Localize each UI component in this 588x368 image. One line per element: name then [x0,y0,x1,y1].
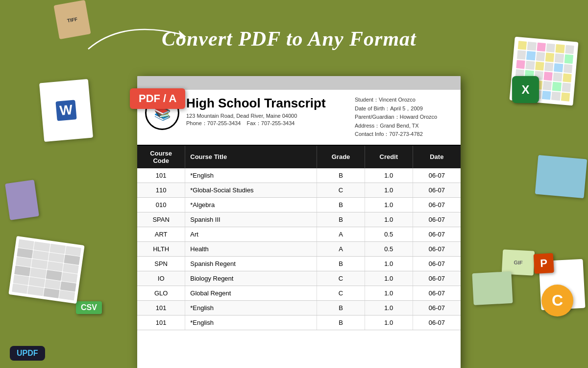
word-icon: W [55,100,76,121]
photo-decoration-1 [535,155,588,198]
cell-credit: 0.5 [365,241,413,256]
cell-date: 06-07 [413,212,461,227]
cell-title: *Algebra [185,197,317,212]
document-container: 📚 High School Transcript 123 Mountain Ro… [137,76,461,368]
cell-grade: A [317,241,365,256]
cell-date: 06-07 [413,300,461,315]
cell-code: 010 [137,197,185,212]
dob-info: Date of Birth：April 5，2009 [355,105,453,113]
cell-grade: A [317,227,365,241]
table-row: 101 *English B 1.0 06-07 [137,168,461,183]
cell-date: 06-07 [413,241,461,256]
cell-credit: 0.5 [365,227,413,241]
cell-title: *English [185,315,317,330]
table-row: 010 *Algebra B 1.0 06-07 [137,197,461,212]
cell-date: 06-07 [413,197,461,212]
cell-title: Global Regent [185,286,317,300]
cell-credit: 1.0 [365,183,413,197]
table-row: SPAN Spanish III B 1.0 06-07 [137,212,461,227]
student-info: Student：Vincent Orozco [355,96,453,105]
cell-title: Art [185,227,317,241]
cell-credit: 1.0 [365,286,413,300]
cell-grade: C [317,271,365,286]
table-body: 101 *English B 1.0 06-07 110 *Global-Soc… [137,168,461,330]
guardian-info: Parent/Guardian：Howard Orozco [355,113,453,122]
ppt-icon: P [534,253,554,274]
cell-title: Spanish III [185,212,317,227]
header-credit: Credit [365,146,413,168]
excel-icon-decoration: X [512,76,539,103]
cell-code: HLTH [137,241,185,256]
table-row: IO Biology Regent C 1.0 06-07 [137,271,461,286]
cell-code: SPAN [137,212,185,227]
address-info: Address：Grand Bend, TX [355,122,453,131]
cell-grade: B [317,300,365,315]
transcript-table: Course Code Course Title Grade Credit Da… [137,146,461,330]
cell-credit: 1.0 [365,197,413,212]
cell-code: IO [137,271,185,286]
cell-grade: C [317,286,365,300]
sheet-decoration [8,236,84,304]
cell-title: *English [185,168,317,183]
cell-date: 06-07 [413,256,461,271]
contact-info: Contact Info：707-273-4782 [355,130,453,139]
cell-date: 06-07 [413,227,461,241]
cell-title: *English [185,300,317,315]
cell-title: Health [185,241,317,256]
cell-date: 06-07 [413,315,461,330]
cell-code: 101 [137,315,185,330]
cell-credit: 1.0 [365,168,413,183]
cell-grade: B [317,168,365,183]
tiff-decoration: TIFF [53,0,91,39]
cell-code: 101 [137,300,185,315]
table-row: SPN Spanish Regent B 1.0 06-07 [137,256,461,271]
cell-credit: 1.0 [365,256,413,271]
csv-decoration: CSV [76,301,102,314]
cell-date: 06-07 [413,168,461,183]
word-doc-decoration: W [39,79,93,142]
photo-decoration-2 [472,271,513,305]
main-title: Convert PDF to Any Format [162,27,416,51]
cell-code: 110 [137,183,185,197]
table-row: 110 *Global-Social Studies C 1.0 06-07 [137,183,461,197]
doc-info-right: Student：Vincent Orozco Date of Birth：Apr… [355,96,453,139]
cell-grade: B [317,315,365,330]
updf-brand: UPDF [10,346,45,361]
cell-title: Biology Regent [185,271,317,286]
cell-grade: B [317,197,365,212]
cell-code: 101 [137,168,185,183]
cell-credit: 1.0 [365,300,413,315]
table-row: 101 *English B 1.0 06-07 [137,300,461,315]
doc-header: 📚 High School Transcript 123 Mountain Ro… [137,90,461,146]
doc-phone-fax: Phone：707-255-3434 Fax：707-255-3434 [186,120,355,127]
cell-grade: C [317,183,365,197]
doc-gray-bar [137,76,461,90]
header-grade: Grade [317,146,365,168]
table-header-row: Course Code Course Title Grade Credit Da… [137,146,461,168]
table-row: GLO Global Regent C 1.0 06-07 [137,286,461,300]
c-badge-decoration: C [541,285,573,316]
table-row: 101 *English B 1.0 06-07 [137,315,461,330]
header-course-code: Course Code [137,146,185,168]
pdf-badge: PDF / A [130,88,185,109]
cell-title: Spanish Regent [185,256,317,271]
cell-code: ART [137,227,185,241]
updf-label: UPDF [17,349,38,358]
cell-date: 06-07 [413,286,461,300]
cell-grade: B [317,212,365,227]
cell-date: 06-07 [413,183,461,197]
cell-credit: 1.0 [365,212,413,227]
cell-grade: B [317,256,365,271]
cell-date: 06-07 [413,271,461,286]
cell-credit: 1.0 [365,315,413,330]
doc-title: High School Transcript [186,96,355,111]
table-row: HLTH Health A 0.5 06-07 [137,241,461,256]
cell-title: *Global-Social Studies [185,183,317,197]
cell-code: SPN [137,256,185,271]
purple-doc-decoration [5,180,39,220]
doc-title-section: High School Transcript 123 Mountain Road… [186,96,355,128]
header-date: Date [413,146,461,168]
table-row: ART Art A 0.5 06-07 [137,227,461,241]
doc-address: 123 Mountain Road, Dead River, Maine 040… [186,113,355,119]
header-course-title: Course Title [185,146,317,168]
